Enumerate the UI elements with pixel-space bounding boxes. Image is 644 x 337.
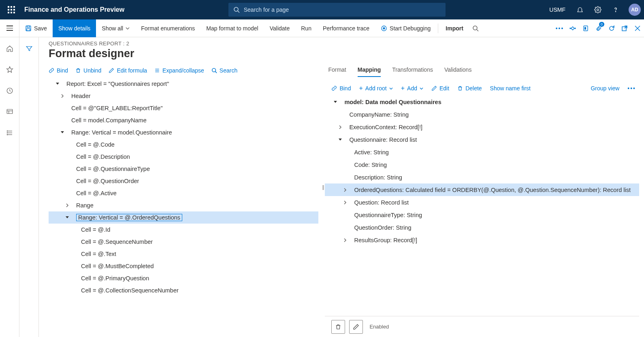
group-view-button[interactable]: Group view xyxy=(591,85,619,92)
tree-row[interactable]: Cell = @.Active xyxy=(49,187,318,199)
run-button[interactable]: Run xyxy=(295,19,317,37)
notifications-button[interactable] xyxy=(572,2,588,18)
caret-right-icon[interactable] xyxy=(341,238,349,242)
tree-row[interactable]: Range xyxy=(49,199,318,211)
show-name-first-button[interactable]: Show name first xyxy=(490,85,531,92)
link-button[interactable] xyxy=(566,19,579,37)
unbind-button[interactable]: Unbind xyxy=(75,67,101,74)
tree-row[interactable]: Header xyxy=(49,90,318,102)
edit-button[interactable]: Edit xyxy=(431,85,449,92)
tree-row[interactable]: Cell = @.MustBeCompleted xyxy=(49,260,318,272)
mapping-tree-row[interactable]: OrderedQuestions: Calculated field = ORD… xyxy=(325,183,639,196)
favorites-button[interactable] xyxy=(3,63,16,76)
mapping-tree-row[interactable]: QuestionOrder: String xyxy=(325,221,639,234)
tree-row[interactable]: Range: Vertical = model.Questionnaire xyxy=(49,126,318,139)
edit-formula-button[interactable]: Edit formula xyxy=(109,67,147,74)
caret-right-icon[interactable] xyxy=(63,203,71,207)
show-all-button[interactable]: Show all xyxy=(96,19,135,37)
mapping-tree-row[interactable]: model: Data model Questionnaires xyxy=(325,96,639,108)
start-debug-button[interactable]: Start Debugging xyxy=(375,19,436,37)
format-tree[interactable]: Report: Excel = "Questionnaires report"H… xyxy=(49,78,322,337)
mapping-tree-row[interactable]: Questionnaire: Record list xyxy=(325,133,639,146)
import-button[interactable]: Import xyxy=(440,19,469,37)
tree-row[interactable]: Cell = model.CompanyName xyxy=(49,114,318,126)
mapping-tree-row[interactable]: ExecutionContext: Record[!] xyxy=(325,121,639,133)
caret-right-icon[interactable] xyxy=(58,94,66,98)
caret-right-icon[interactable] xyxy=(341,200,349,205)
search-input[interactable] xyxy=(244,6,441,13)
splitter[interactable]: ‖ xyxy=(322,37,325,337)
tree-row[interactable]: Cell = @.Text xyxy=(49,248,318,260)
mapping-tree-row[interactable]: Code: String xyxy=(325,158,639,171)
tree-row[interactable]: Cell = @.QuestionOrder xyxy=(49,175,318,187)
mapping-tree-row[interactable]: Question: Record list xyxy=(325,196,639,209)
tree-search-button[interactable]: Search xyxy=(211,67,237,74)
mapping-tree-row[interactable]: CompanyName: String xyxy=(325,108,639,121)
bottom-delete-button[interactable] xyxy=(331,320,345,334)
tab-validations[interactable]: Validations xyxy=(444,66,471,77)
mapping-tree-row[interactable]: Active: String xyxy=(325,146,639,158)
office-button[interactable] xyxy=(579,19,592,37)
filter-button[interactable] xyxy=(23,42,36,55)
tab-format[interactable]: Format xyxy=(328,66,346,77)
caret-right-icon[interactable] xyxy=(336,125,344,129)
tree-row[interactable]: Cell = @"GER_LABEL:ReportTitle" xyxy=(49,102,318,114)
tree-row[interactable]: Report: Excel = "Questionnaires report" xyxy=(49,78,318,90)
tree-row[interactable]: Cell = @.Id xyxy=(49,224,318,236)
right-overflow-button[interactable]: ••• xyxy=(627,85,636,92)
nav-toggle[interactable] xyxy=(0,19,19,37)
caret-down-icon[interactable] xyxy=(58,130,66,134)
tree-row[interactable]: Cell = @.Code xyxy=(49,139,318,151)
tab-mapping[interactable]: Mapping xyxy=(358,66,381,77)
tree-row[interactable]: Cell = @.SequenceNumber xyxy=(49,236,318,248)
office-icon xyxy=(582,25,589,32)
legal-entity[interactable]: USMF xyxy=(549,6,565,13)
popout-button[interactable] xyxy=(618,19,631,37)
caret-down-icon[interactable] xyxy=(336,138,344,142)
mapping-tree[interactable]: model: Data model QuestionnairesCompanyN… xyxy=(325,96,639,316)
perf-trace-button[interactable]: Performance trace xyxy=(317,19,375,37)
help-button[interactable] xyxy=(608,2,624,18)
caret-down-icon[interactable] xyxy=(331,100,339,104)
action-search-button[interactable] xyxy=(469,19,482,37)
caret-down-icon[interactable] xyxy=(63,215,71,220)
user-avatar[interactable]: AD xyxy=(629,4,641,16)
close-button[interactable] xyxy=(631,19,644,37)
bottom-edit-button[interactable] xyxy=(349,320,363,334)
overflow-button[interactable]: ••• xyxy=(553,19,566,37)
tree-row[interactable]: Range: Vertical = @.OrderedQuestions xyxy=(49,211,318,224)
app-launcher[interactable] xyxy=(3,2,19,18)
show-details-button[interactable]: Show details xyxy=(53,19,96,37)
refresh-button[interactable] xyxy=(605,19,618,37)
save-button[interactable]: Save xyxy=(19,19,53,37)
validate-button[interactable]: Validate xyxy=(264,19,296,37)
caret-down-icon[interactable] xyxy=(53,82,62,86)
caret-right-icon[interactable] xyxy=(341,188,349,192)
tree-row[interactable]: Cell = @.PrimaryQuestion xyxy=(49,272,318,284)
home-button[interactable] xyxy=(3,42,16,55)
attachments-button[interactable]: 0 xyxy=(592,19,605,37)
bind-button[interactable]: Bind xyxy=(49,67,68,74)
search-box[interactable] xyxy=(228,3,446,17)
expand-collapse-button[interactable]: Expand/collapse xyxy=(154,67,204,74)
mapping-tree-row[interactable]: ResultsGroup: Record[!] xyxy=(325,234,639,246)
workspaces-button[interactable] xyxy=(3,105,16,118)
mapping-tree-row[interactable]: QuestionnaireType: String xyxy=(325,209,639,221)
map-format-button[interactable]: Map format to model xyxy=(200,19,264,37)
recent-button[interactable] xyxy=(3,84,16,97)
tab-transformations[interactable]: Transformations xyxy=(392,66,433,77)
mapping-tree-row[interactable]: Description: String xyxy=(325,171,639,183)
settings-button[interactable] xyxy=(590,2,606,18)
add-root-button[interactable]: + Add root xyxy=(359,85,392,92)
right-bind-button[interactable]: Bind xyxy=(331,85,351,92)
tree-row[interactable]: Cell = @.CollectionSequenceNumber xyxy=(49,284,318,296)
add-button[interactable]: + Add xyxy=(401,85,423,92)
tree-row[interactable]: Cell = @.Description xyxy=(49,151,318,163)
modules-button[interactable] xyxy=(3,126,16,139)
perf-trace-label: Performance trace xyxy=(323,25,369,32)
tree-row[interactable]: Cell = @.QuestionnaireType xyxy=(49,163,318,175)
delete-button[interactable]: Delete xyxy=(457,85,482,92)
format-enumerations-button[interactable]: Format enumerations xyxy=(135,19,200,37)
tree-label: Cell = @.Text xyxy=(81,251,116,257)
svg-point-0 xyxy=(234,7,238,11)
